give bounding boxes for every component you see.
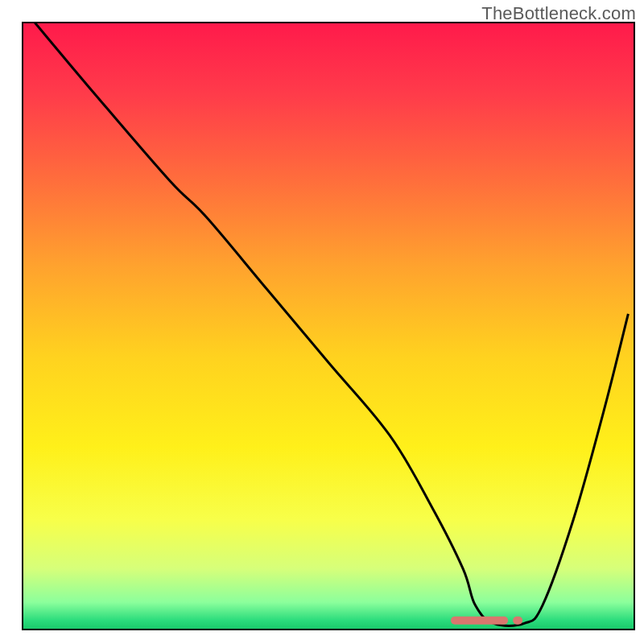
svg-rect-2 xyxy=(513,617,522,625)
chart-container: TheBottleneck.com xyxy=(0,0,644,644)
gradient-background xyxy=(23,23,634,630)
svg-rect-1 xyxy=(451,617,508,625)
watermark-text: TheBottleneck.com xyxy=(481,3,636,24)
plot-svg xyxy=(0,0,644,644)
